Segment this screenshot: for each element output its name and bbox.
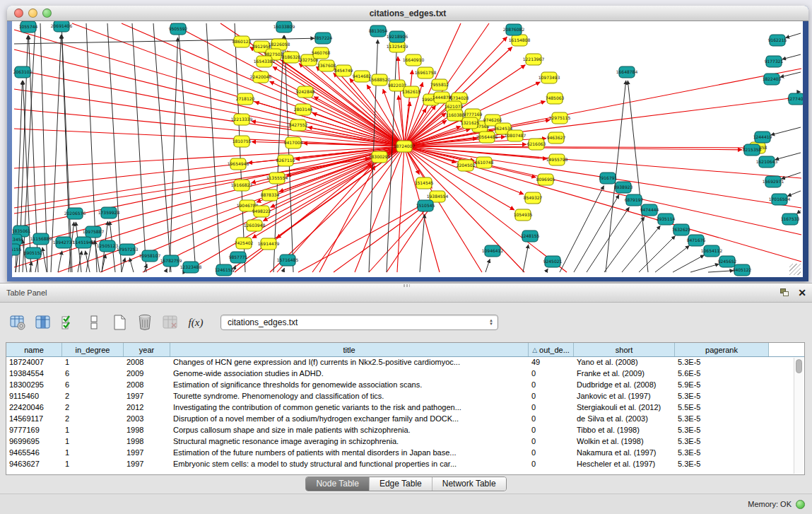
graph-node[interactable]: 8096905 bbox=[536, 174, 555, 185]
graph-node[interactable]: 16961758 bbox=[415, 67, 437, 78]
column-header-name[interactable]: name bbox=[6, 343, 62, 356]
table-row[interactable]: 1872400712008Changes of HCN gene express… bbox=[6, 357, 804, 368]
graph-node[interactable]: 15716485 bbox=[277, 255, 299, 266]
graph-node[interactable]: 17016504 bbox=[769, 194, 791, 205]
table-row[interactable]: 1456911722003Disruption of a novel membe… bbox=[6, 414, 804, 425]
graph-node[interactable]: 9162215 bbox=[768, 35, 787, 46]
graph-node[interactable]: 9242848 bbox=[296, 86, 315, 98]
float-panel-icon[interactable] bbox=[780, 288, 789, 297]
graph-node[interactable]: 1810755 bbox=[233, 136, 252, 147]
graph-node[interactable]: 12603948 bbox=[244, 220, 266, 231]
column-header-out_de[interactable]: △out_de... bbox=[529, 343, 574, 356]
graph-node[interactable]: 2367608 bbox=[317, 60, 336, 71]
scrollbar-thumb[interactable] bbox=[796, 359, 802, 373]
graph-node[interactable]: 1610748 bbox=[475, 157, 494, 168]
graph-node[interactable]: 10975887 bbox=[83, 226, 105, 238]
graph-node[interactable]: 9505592 bbox=[169, 23, 188, 35]
graph-node[interactable]: 2718120 bbox=[236, 93, 255, 105]
graph-node[interactable]: 1822403 bbox=[763, 74, 782, 85]
graph-node[interactable]: 1246152 bbox=[215, 264, 234, 276]
column-header-pagerank[interactable]: pagerank bbox=[675, 343, 769, 356]
graph-node[interactable]: 1244419 bbox=[753, 132, 772, 143]
new-file-button[interactable] bbox=[109, 312, 130, 333]
graph-node[interactable]: 1321625 bbox=[461, 117, 480, 129]
graph-node[interactable]: 2204502 bbox=[457, 160, 476, 171]
column-header-short[interactable]: short bbox=[574, 343, 675, 356]
graph-node[interactable]: 9177321 bbox=[765, 56, 784, 67]
graph-node[interactable]: 8427552 bbox=[289, 119, 308, 131]
graph-node[interactable]: 10973493 bbox=[539, 72, 560, 83]
graph-node[interactable]: 19218906 bbox=[387, 31, 408, 42]
graph-node[interactable]: 8860123 bbox=[233, 36, 252, 47]
checklist-button[interactable] bbox=[58, 312, 79, 333]
network-canvas[interactable]: 1872400788601238912954182260589827503165… bbox=[12, 21, 803, 277]
graph-node[interactable]: 9405122 bbox=[733, 264, 752, 276]
graph-node[interactable]: 8813054 bbox=[369, 25, 388, 37]
graph-node[interactable]: 2935114 bbox=[657, 214, 676, 225]
table-row[interactable]: 911546021997Tourette syndrome. Phenomeno… bbox=[6, 391, 804, 402]
graph-node[interactable]: 1055744 bbox=[19, 21, 38, 33]
graph-node[interactable]: 8549327 bbox=[524, 192, 543, 204]
graph-node[interactable]: 1248155 bbox=[521, 230, 540, 242]
graph-node[interactable]: 8938923 bbox=[614, 182, 633, 193]
table-gear-button[interactable] bbox=[7, 312, 28, 333]
graph-node[interactable]: 18300295 bbox=[369, 151, 391, 163]
graph-node[interactable]: 11156889 bbox=[30, 233, 52, 245]
graph-node[interactable]: 8471676 bbox=[687, 235, 706, 246]
graph-node[interactable]: 10946412 bbox=[482, 245, 504, 257]
close-button[interactable] bbox=[14, 8, 23, 18]
graph-node[interactable]: 15692971 bbox=[763, 176, 784, 187]
zoom-button[interactable] bbox=[42, 8, 52, 18]
table-column-button[interactable] bbox=[33, 312, 54, 333]
table-selector-dropdown[interactable]: citations_edges.txt▲▼ bbox=[220, 315, 498, 330]
graph-node[interactable]: 7955812 bbox=[430, 79, 449, 90]
graph-node[interactable]: 16648784 bbox=[616, 66, 638, 78]
graph-node[interactable]: 18724007 bbox=[394, 141, 416, 152]
graph-node[interactable]: 8454749 bbox=[334, 65, 353, 76]
graph-node[interactable]: 17359928 bbox=[98, 207, 120, 218]
graph-node[interactable]: 7632621 bbox=[672, 224, 691, 235]
graph-node[interactable]: 13942737 bbox=[53, 237, 75, 248]
graph-node[interactable]: 2803144 bbox=[294, 104, 313, 115]
graph-node[interactable]: 20206576 bbox=[64, 208, 86, 219]
graph-node[interactable]: 8186328 bbox=[282, 52, 301, 63]
graph-node[interactable]: 16782759 bbox=[160, 255, 182, 267]
graph-node[interactable]: 9463627 bbox=[547, 132, 566, 144]
graph-node[interactable]: 8878334 bbox=[261, 189, 280, 201]
graph-node[interactable]: 16210643 bbox=[756, 156, 778, 168]
trash-button[interactable] bbox=[134, 312, 155, 333]
graph-node[interactable]: 12505123 bbox=[97, 240, 119, 252]
graph-node[interactable]: 7485063 bbox=[546, 93, 565, 104]
column-header-in_degree[interactable]: in_degree bbox=[62, 343, 124, 356]
graph-node[interactable]: 6879197 bbox=[625, 194, 644, 206]
graph-node[interactable]: 1510545 bbox=[416, 200, 435, 211]
graph-node[interactable]: 19654948 bbox=[228, 158, 249, 170]
tab-edge-table[interactable]: Edge Table bbox=[369, 477, 432, 491]
graph-node[interactable]: 9417004 bbox=[284, 137, 303, 148]
table-disabled-button[interactable] bbox=[160, 312, 181, 333]
graph-node[interactable]: 1277403 bbox=[787, 93, 803, 105]
graph-node[interactable]: 1362615 bbox=[402, 86, 421, 98]
graph-node[interactable]: 9857771 bbox=[229, 252, 248, 263]
split-handle[interactable] bbox=[404, 284, 410, 287]
graph-node[interactable]: 10654112 bbox=[701, 245, 723, 257]
graph-node[interactable]: 22420046 bbox=[250, 71, 272, 83]
table-row[interactable]: 2242004622012Investigating the contribut… bbox=[6, 402, 804, 414]
graph-node[interactable]: 8215358 bbox=[743, 144, 762, 156]
table-row[interactable]: 1830029562008Estimation of significance … bbox=[6, 380, 804, 391]
table-row[interactable]: 969969511998Structural magnetic resonanc… bbox=[6, 436, 804, 448]
network-window-titlebar[interactable]: citations_edges.txt bbox=[7, 6, 808, 21]
graph-node[interactable]: 11355554 bbox=[266, 173, 288, 184]
close-panel-icon[interactable]: ✕ bbox=[798, 288, 806, 298]
resize-grip-icon[interactable] bbox=[789, 264, 801, 275]
tab-network-table[interactable]: Network Table bbox=[432, 477, 506, 491]
table-row[interactable]: 946554611997Estimation of the future num… bbox=[6, 448, 804, 459]
table-row[interactable]: 946362711997Embryonic stem cells: a mode… bbox=[6, 459, 804, 470]
graph-node[interactable]: 11451948 bbox=[73, 237, 95, 248]
graph-node[interactable]: 6216063 bbox=[527, 139, 546, 150]
graph-node[interactable]: 16033809 bbox=[273, 21, 295, 33]
graph-node[interactable]: 9498222 bbox=[252, 206, 271, 217]
graph-node[interactable]: 12975115 bbox=[549, 112, 571, 124]
graph-node[interactable]: 7916791 bbox=[599, 173, 618, 184]
graph-node[interactable]: 14955798 bbox=[546, 154, 568, 165]
